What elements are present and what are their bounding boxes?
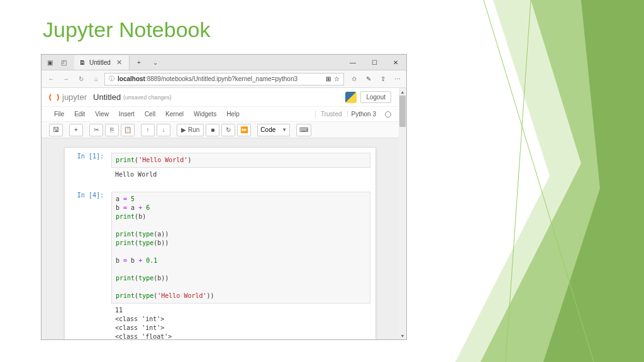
run-button[interactable]: ▶Run	[177, 124, 204, 136]
maximize-button[interactable]: ☐	[364, 55, 385, 70]
command-palette-button[interactable]: ⌨	[296, 124, 311, 136]
svg-line-3	[484, 0, 594, 362]
notebook-toolbar: 🖫 + ✂ ⎘ 📋 ↑ ↓ ▶Run ■ ↻ ⏩ Code▼	[42, 122, 399, 138]
cell-output: Hello World	[111, 168, 370, 182]
svg-marker-2	[543, 0, 644, 362]
home-button[interactable]: ⌂	[89, 72, 103, 86]
menu-file[interactable]: File	[49, 111, 69, 118]
more-button[interactable]: ⋯	[391, 73, 404, 85]
move-up-button[interactable]: ↑	[141, 124, 155, 136]
close-button[interactable]: ✕	[385, 55, 406, 70]
notebook-menubar: FileEditViewInsertCellKernelWidgetsHelp …	[42, 107, 399, 122]
cut-button[interactable]: ✂	[89, 124, 103, 136]
jupyter-icon	[49, 92, 59, 102]
logout-button[interactable]: Logout	[360, 91, 391, 103]
save-button[interactable]: 🖫	[49, 124, 63, 136]
slide-decoration	[455, 0, 644, 362]
browser-tab[interactable]: 🗎 Untitled ✕	[74, 55, 130, 70]
menu-widgets[interactable]: Widgets	[189, 111, 221, 118]
url-text: localhost:8889/notebooks/Untitled.ipynb?…	[118, 75, 297, 82]
code-cell[interactable]: In [1]:print('Hello World')Hello World	[65, 148, 375, 187]
notebook-title[interactable]: Untitled	[93, 92, 121, 102]
browser-window: ▣ ◰ 🗎 Untitled ✕ + ⌄ — ☐ ✕ ← → ↻ ⌂ ⓘ loc…	[41, 54, 407, 340]
scroll-down-icon[interactable]: ▼	[399, 332, 406, 339]
tab-title: Untitled	[89, 59, 111, 66]
notebook-save-status: (unsaved changes)	[123, 94, 172, 101]
scroll-thumb[interactable]	[399, 96, 406, 127]
slide-title: Jupyter Notebook	[43, 18, 211, 42]
menu-edit[interactable]: Edit	[69, 111, 90, 118]
svg-marker-0	[455, 0, 644, 362]
cell-prompt: In [1]:	[65, 150, 109, 184]
svg-marker-1	[480, 0, 644, 362]
favorites-button[interactable]: ✩	[348, 73, 360, 85]
add-cell-button[interactable]: +	[69, 124, 83, 136]
vertical-scrollbar[interactable]: ▲ ▼	[399, 88, 406, 339]
window-icon[interactable]: ▣	[44, 57, 55, 68]
new-tab-button[interactable]: +	[132, 59, 146, 66]
menu-kernel[interactable]: Kernel	[160, 111, 189, 118]
reading-view-icon[interactable]: ⊞	[326, 75, 331, 82]
refresh-button[interactable]: ↻	[74, 72, 88, 86]
browser-content: jupyter Untitled (unsaved changes) Logou…	[42, 88, 406, 339]
tab-favicon: 🗎	[79, 59, 86, 66]
copy-button[interactable]: ⎘	[105, 124, 119, 136]
menu-cell[interactable]: Cell	[140, 111, 160, 118]
menu-help[interactable]: Help	[221, 111, 245, 118]
address-bar: ← → ↻ ⌂ ⓘ localhost:8889/notebooks/Untit…	[42, 70, 406, 88]
notebook-cell-area: In [1]:print('Hello World')Hello WorldIn…	[42, 138, 399, 339]
share-button[interactable]: ⇪	[377, 73, 389, 85]
favorite-icon[interactable]: ☆	[334, 75, 340, 82]
window-icon-2[interactable]: ◰	[58, 57, 69, 68]
restart-run-all-button[interactable]: ⏩	[237, 124, 251, 136]
cell-output: 11 <class 'int'> <class 'int'> <class 'f…	[111, 304, 370, 339]
tab-menu-button[interactable]: ⌄	[148, 59, 162, 66]
cell-input[interactable]: print('Hello World')Hello World	[109, 150, 375, 184]
paste-button[interactable]: 📋	[121, 124, 135, 136]
tab-close-icon[interactable]: ✕	[114, 58, 124, 67]
cell-prompt: In [4]:	[65, 189, 109, 339]
minimize-button[interactable]: —	[342, 55, 364, 70]
jupyter-logo[interactable]: jupyter	[49, 92, 87, 102]
code-cell[interactable]: In [4]:a = 5b = a + 6print(b) print(type…	[65, 187, 375, 339]
browser-titlebar: ▣ ◰ 🗎 Untitled ✕ + ⌄ — ☐ ✕	[42, 55, 406, 70]
notebook-header: jupyter Untitled (unsaved changes) Logou…	[42, 88, 399, 107]
jupyter-logo-text: jupyter	[62, 92, 87, 102]
notes-button[interactable]: ✎	[362, 73, 375, 85]
menu-insert[interactable]: Insert	[114, 111, 140, 118]
forward-button[interactable]: →	[59, 72, 73, 86]
restart-button[interactable]: ↻	[221, 124, 235, 136]
menu-view[interactable]: View	[90, 111, 114, 118]
move-down-button[interactable]: ↓	[157, 124, 170, 136]
scroll-up-icon[interactable]: ▲	[399, 88, 406, 96]
svg-line-4	[506, 0, 531, 362]
back-button[interactable]: ←	[44, 72, 58, 86]
cell-type-select[interactable]: Code▼	[257, 124, 290, 136]
site-info-icon[interactable]: ⓘ	[109, 75, 114, 83]
chevron-down-icon: ▼	[282, 127, 287, 133]
kernel-name[interactable]: Python 3	[347, 111, 380, 118]
trusted-indicator[interactable]: Trusted	[315, 111, 342, 118]
cell-input[interactable]: a = 5b = a + 6print(b) print(type(a))pri…	[109, 189, 375, 339]
python-logo-icon	[345, 92, 357, 103]
url-input[interactable]: ⓘ localhost:8889/notebooks/Untitled.ipyn…	[104, 73, 344, 85]
stop-button[interactable]: ■	[206, 124, 219, 136]
kernel-indicator-icon	[385, 111, 391, 118]
